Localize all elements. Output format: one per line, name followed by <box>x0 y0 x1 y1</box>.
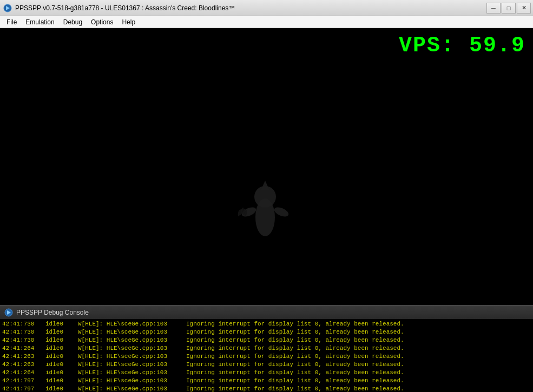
menu-bar: File Emulation Debug Options Help <box>0 16 533 28</box>
vps-display: VPS: 59.9 <box>399 34 525 58</box>
log-thread: idle0 <box>45 328 78 336</box>
window-title: PPSSPP v0.7-518-g381a778 - ULES01367 : A… <box>15 4 235 12</box>
log-message: Ignoring interrupt for display list 0, a… <box>186 353 404 361</box>
title-bar: PPSSPP v0.7-518-g381a778 - ULES01367 : A… <box>0 0 533 16</box>
game-viewport: VPS: 59.9 <box>0 28 533 305</box>
minimize-button[interactable]: ─ <box>486 3 501 14</box>
log-message: Ignoring interrupt for display list 0, a… <box>186 328 404 336</box>
menu-emulation[interactable]: Emulation <box>21 17 58 27</box>
log-timestamp: 42:41:264 <box>2 369 45 377</box>
log-line: 42:41:730 idle0 W[HLE]: HLE\sceGe.cpp:10… <box>2 328 531 336</box>
menu-file[interactable]: File <box>2 17 21 27</box>
log-source: W[HLE]: HLE\sceGe.cpp:103 <box>78 344 186 353</box>
log-timestamp: 42:41:263 <box>2 353 45 361</box>
log-message: Ignoring interrupt for display list 0, a… <box>186 377 404 385</box>
log-thread: idle0 <box>45 336 78 344</box>
log-thread: idle0 <box>45 377 78 385</box>
log-message: Ignoring interrupt for display list 0, a… <box>186 336 404 344</box>
log-timestamp: 42:41:797 <box>2 385 45 392</box>
log-thread: idle0 <box>45 353 78 361</box>
log-message: Ignoring interrupt for display list 0, a… <box>186 361 404 369</box>
log-source: W[HLE]: HLE\sceGe.cpp:103 <box>78 336 186 344</box>
log-timestamp: 42:41:263 <box>2 361 45 369</box>
log-source: W[HLE]: HLE\sceGe.cpp:103 <box>78 361 186 369</box>
log-source: W[HLE]: HLE\sceGe.cpp:103 <box>78 320 186 328</box>
close-button[interactable]: ✕ <box>517 3 531 14</box>
log-timestamp: 42:41:730 <box>2 336 45 344</box>
log-source: W[HLE]: HLE\sceGe.cpp:103 <box>78 328 186 336</box>
log-thread: idle0 <box>45 385 78 392</box>
debug-title-text: PPSSPP Debug Console <box>16 309 89 316</box>
log-line: 42:41:730 idle0 W[HLE]: HLE\sceGe.cpp:10… <box>2 336 531 344</box>
log-thread: idle0 <box>45 320 78 328</box>
log-line: 42:41:264 idle0 W[HLE]: HLE\sceGe.cpp:10… <box>2 369 531 377</box>
log-message: Ignoring interrupt for display list 0, a… <box>186 385 404 392</box>
log-thread: idle0 <box>45 369 78 377</box>
app-icon <box>3 4 12 12</box>
log-timestamp: 42:41:264 <box>2 344 45 353</box>
menu-options[interactable]: Options <box>87 17 117 27</box>
debug-console: PPSSPP Debug Console 42:41:730 idle0 W[H… <box>0 305 533 392</box>
log-source: W[HLE]: HLE\sceGe.cpp:103 <box>78 353 186 361</box>
log-line: 42:41:264 idle0 W[HLE]: HLE\sceGe.cpp:10… <box>2 344 531 353</box>
menu-help[interactable]: Help <box>117 17 140 27</box>
log-thread: idle0 <box>45 344 78 353</box>
log-line: 42:41:730 idle0 W[HLE]: HLE\sceGe.cpp:10… <box>2 320 531 328</box>
log-message: Ignoring interrupt for display list 0, a… <box>186 320 404 328</box>
log-thread: idle0 <box>45 361 78 369</box>
log-line: 42:41:263 idle0 W[HLE]: HLE\sceGe.cpp:10… <box>2 361 531 369</box>
debug-icon <box>4 308 13 317</box>
log-timestamp: 42:41:730 <box>2 320 45 328</box>
log-source: W[HLE]: HLE\sceGe.cpp:103 <box>78 369 186 377</box>
log-source: W[HLE]: HLE\sceGe.cpp:103 <box>78 385 186 392</box>
game-canvas <box>0 28 533 305</box>
log-line: 42:41:797 idle0 W[HLE]: HLE\sceGe.cpp:10… <box>2 385 531 392</box>
log-message: Ignoring interrupt for display list 0, a… <box>186 344 404 353</box>
debug-log[interactable]: 42:41:730 idle0 W[HLE]: HLE\sceGe.cpp:10… <box>0 319 533 392</box>
title-bar-left: PPSSPP v0.7-518-g381a778 - ULES01367 : A… <box>0 4 235 12</box>
log-message: Ignoring interrupt for display list 0, a… <box>186 369 404 377</box>
log-timestamp: 42:41:730 <box>2 328 45 336</box>
menu-debug[interactable]: Debug <box>59 17 87 27</box>
log-line: 42:41:797 idle0 W[HLE]: HLE\sceGe.cpp:10… <box>2 377 531 385</box>
title-bar-controls: ─ □ ✕ <box>486 3 531 14</box>
debug-title-bar: PPSSPP Debug Console <box>0 305 533 319</box>
log-timestamp: 42:41:797 <box>2 377 45 385</box>
log-source: W[HLE]: HLE\sceGe.cpp:103 <box>78 377 186 385</box>
maximize-button[interactable]: □ <box>502 3 516 14</box>
log-line: 42:41:263 idle0 W[HLE]: HLE\sceGe.cpp:10… <box>2 353 531 361</box>
